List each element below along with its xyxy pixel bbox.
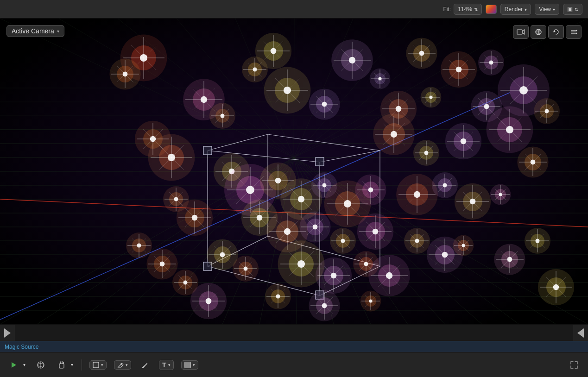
expand-btn[interactable] [568,359,581,371]
viewport-canvas [0,19,588,324]
color-tool-combo[interactable]: ▾ [181,360,198,370]
play-btn[interactable] [7,359,20,371]
brush-btn[interactable] [139,359,152,371]
playhead-left [0,328,15,338]
layer-label: Magic Source [0,341,588,352]
rotate-btn[interactable] [548,25,564,39]
rect-chevron-icon: ▾ [101,363,103,367]
hand-btn[interactable] [55,359,68,371]
text-tool-icon: T [162,361,166,369]
hand-options-btn[interactable]: ▾ [70,360,74,369]
top-toolbar: Fit: 114% Render View ▣ [0,0,588,19]
fit-chevron-icon [474,6,478,13]
layer-name: Magic Source [5,344,38,350]
playback-bar [0,324,588,341]
svg-marker-497 [522,30,525,34]
layout-chevron-icon [575,6,578,13]
fit-label: Fit: [443,6,451,13]
layout-btn[interactable] [566,25,582,39]
svg-rect-59 [316,157,324,166]
svg-marker-509 [577,328,584,338]
play-group: ▾ [7,359,26,371]
svg-marker-502 [554,31,556,32]
svg-point-520 [142,367,144,368]
svg-rect-514 [59,364,64,368]
svg-rect-496 [517,30,522,34]
fit-value-btn[interactable]: 114% [454,4,482,15]
orbit-btn[interactable] [34,359,48,371]
color-picker-btn[interactable] [486,5,497,14]
playhead-right [573,328,588,338]
render-chevron-icon [525,6,527,13]
layout-toggle-icon: ▣ [567,6,573,13]
fit-group: Fit: 114% [443,4,481,15]
pen-chevron-icon: ▾ [126,363,128,367]
color-box-icon [184,362,191,368]
camera-label: Active Camera [12,27,54,35]
hand-chevron-icon: ▾ [71,362,73,367]
svg-marker-510 [12,362,16,368]
separator-1 [82,359,82,371]
view-chevron-icon [553,6,555,13]
timeline-track[interactable] [15,325,573,341]
camera-dropdown[interactable]: Active Camera ▾ [6,25,64,37]
transform-btn[interactable] [531,25,546,39]
viewport[interactable]: Active Camera ▾ [0,19,588,324]
play-chevron-icon: ▾ [23,362,25,367]
camera-view-btn[interactable] [513,25,529,39]
render-btn[interactable]: Render [500,4,531,15]
viewport-controls [513,25,582,39]
bottom-toolbar: ▾ ▾ ▾ [0,352,588,377]
play-options-btn[interactable]: ▾ [22,360,26,369]
view-btn[interactable]: View [535,4,559,15]
rect-tool-combo[interactable]: ▾ [89,360,107,370]
svg-marker-507 [576,32,577,34]
hand-group: ▾ [55,359,74,371]
text-tool-combo[interactable]: T ▾ [159,360,174,370]
pen-tool-combo[interactable]: ▾ [114,360,131,370]
layout-toggle-btn[interactable]: ▣ [563,4,582,15]
svg-marker-506 [576,30,577,31]
svg-marker-508 [4,328,11,338]
camera-chevron-icon: ▾ [57,29,59,34]
svg-rect-518 [93,362,99,368]
svg-rect-58 [203,146,212,155]
color-chevron-icon: ▾ [193,363,195,367]
text-chevron-icon: ▾ [168,363,171,367]
